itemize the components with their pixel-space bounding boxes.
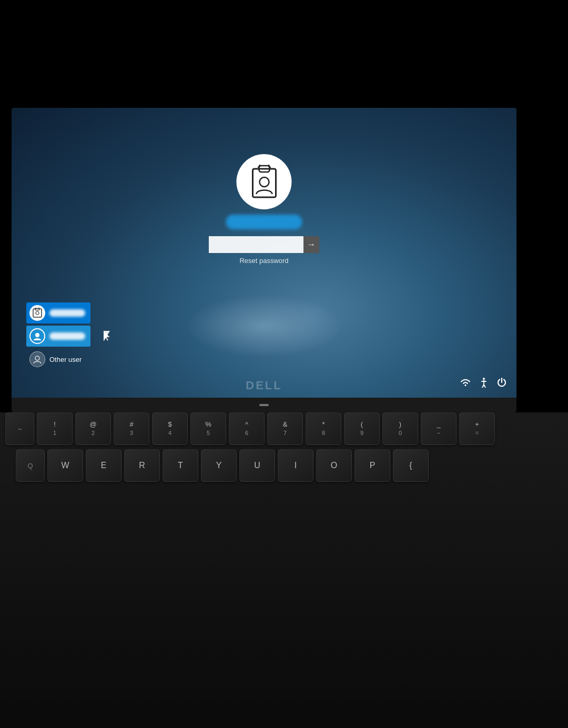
qwerty-row: Q Q W E R T Y U I O P { (0, 449, 568, 482)
svg-point-8 (35, 333, 39, 337)
number-row: ~ !1 @2 #3 $4 %5 ^6 &7 *8 (9 )0 _− += (0, 412, 568, 445)
user-avatar (237, 154, 292, 209)
user-1-name (49, 309, 85, 317)
screen-bezel (12, 398, 516, 412)
key-backtick[interactable]: ~ (5, 412, 34, 445)
key-7[interactable]: &7 (267, 412, 303, 445)
svg-point-2 (259, 177, 269, 187)
user-item-1[interactable] (26, 302, 90, 323)
reset-password-link[interactable]: Reset password (239, 257, 288, 265)
user-list: Other user (26, 302, 90, 370)
key-o[interactable]: O (316, 449, 352, 482)
user-1-avatar (29, 305, 45, 321)
svg-point-10 (465, 385, 466, 386)
power-led (259, 404, 269, 406)
password-input[interactable] (209, 236, 303, 253)
key-w[interactable]: W (47, 449, 83, 482)
other-user-label: Other user (49, 356, 82, 363)
system-tray (460, 377, 507, 390)
key-6[interactable]: ^6 (229, 412, 265, 445)
mouse-cursor (104, 331, 110, 341)
password-row: → (209, 236, 319, 253)
key-i[interactable]: I (278, 449, 313, 482)
username-display (226, 215, 302, 229)
key-u[interactable]: U (239, 449, 275, 482)
key-9[interactable]: (9 (344, 412, 380, 445)
accessibility-icon[interactable] (479, 377, 489, 390)
key-bracket-left[interactable]: { (393, 449, 429, 482)
key-o-left[interactable]: Q (16, 449, 45, 482)
submit-button[interactable]: → (303, 236, 319, 253)
key-0[interactable]: )0 (382, 412, 418, 445)
power-icon[interactable] (496, 377, 507, 390)
svg-point-7 (36, 311, 39, 315)
user-item-other[interactable]: Other user (26, 349, 90, 370)
dell-logo: DELL (246, 379, 282, 392)
login-screen: → Reset password (12, 108, 516, 400)
key-5[interactable]: %5 (190, 412, 226, 445)
key-8[interactable]: *8 (306, 412, 341, 445)
key-2[interactable]: @2 (75, 412, 111, 445)
key-y[interactable]: Y (201, 449, 237, 482)
key-4[interactable]: $4 (152, 412, 188, 445)
key-minus[interactable]: _− (421, 412, 457, 445)
key-p[interactable]: P (354, 449, 390, 482)
other-user-avatar (29, 351, 45, 367)
key-e[interactable]: E (86, 449, 121, 482)
svg-point-11 (483, 378, 485, 380)
key-3[interactable]: #3 (114, 412, 149, 445)
user-item-2[interactable] (26, 326, 90, 347)
user-2-name (49, 332, 85, 340)
arrow-icon: → (307, 240, 316, 249)
key-t[interactable]: T (163, 449, 198, 482)
wifi-icon[interactable] (460, 378, 471, 390)
user-2-avatar (29, 328, 45, 344)
key-equal[interactable]: += (459, 412, 495, 445)
keyboard-area: F1 F2 F3 F4 F5 F6 F7 F8 F9 F10 F11 F12 H… (0, 412, 568, 728)
svg-point-9 (35, 356, 39, 360)
key-r[interactable]: R (124, 449, 160, 482)
key-1[interactable]: !1 (37, 412, 73, 445)
